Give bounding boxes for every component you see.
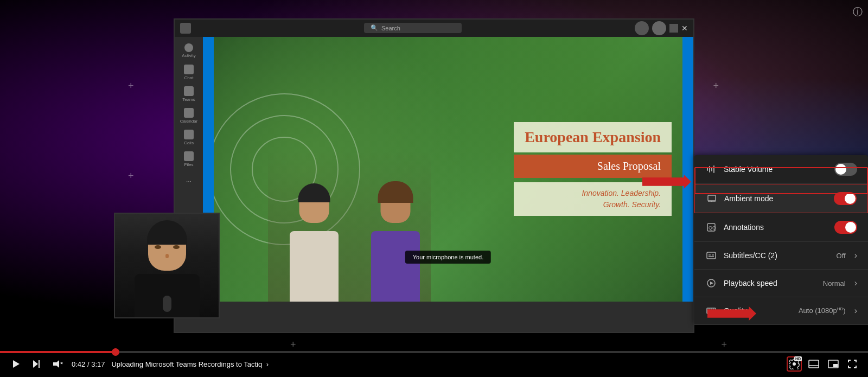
teams-window-icon: [669, 24, 678, 33]
teams-files-icon[interactable]: Files: [179, 150, 199, 169]
ambient-mode-toggle[interactable]: [834, 192, 857, 205]
person-body: [135, 274, 200, 317]
video-title-text: Uploading Microsoft Teams Recordings to …: [111, 360, 262, 368]
pip-video: [114, 213, 220, 318]
teams-body: Activity Chat Teams Calendar: [175, 37, 693, 302]
volume-button[interactable]: [50, 357, 65, 371]
info-icon[interactable]: ⓘ: [853, 5, 863, 18]
search-placeholder: Search: [381, 25, 400, 31]
svg-rect-1: [709, 166, 710, 172]
subtitles-label: Subtitles/CC (2): [724, 251, 830, 260]
sound-wave-icon: [705, 163, 717, 175]
decoration-plus-5: +: [290, 339, 296, 350]
svg-marker-19: [13, 360, 20, 368]
progress-bar-fill: [0, 351, 116, 353]
svg-rect-21: [39, 360, 40, 368]
decoration-plus-1: +: [128, 80, 134, 92]
teams-calendar-icon[interactable]: Calendar: [179, 106, 199, 126]
playback-speed-value: Normal: [823, 279, 846, 287]
teams-calls-icon[interactable]: Calls: [179, 128, 199, 148]
arrow-ambient-shape: [642, 175, 691, 189]
settings-ambient-mode[interactable]: Ambient mode: [694, 184, 868, 213]
quality-value: Auto (1080pHD): [799, 306, 846, 315]
svg-rect-9: [707, 252, 716, 259]
right-controls: HD: [787, 356, 859, 372]
settings-annotations[interactable]: QQ Annotations: [694, 213, 868, 242]
teams-ui: 🔍 Search ✕ Activity: [175, 20, 693, 332]
teams-search-area: 🔍 Search: [195, 23, 630, 33]
settings-stable-volume[interactable]: Stable Volume: [694, 155, 868, 184]
video-player-area: + + + + + + 🔍 Search ✕: [0, 0, 868, 351]
youtube-controls-bar: 0:42 / 3:17 Uploading Microsoft Teams Re…: [0, 351, 868, 377]
settings-panel: Stable Volume Ambient mode: [694, 155, 868, 325]
svg-rect-2: [711, 167, 712, 171]
video-title: Uploading Microsoft Teams Recordings to …: [111, 360, 780, 368]
pip-person-view: [115, 214, 219, 317]
svg-marker-20: [33, 360, 38, 368]
annotations-icon: QQ: [705, 221, 717, 233]
progress-bar-scrubber[interactable]: [112, 348, 119, 356]
svg-rect-4: [708, 195, 716, 201]
decoration-plus-2: +: [128, 170, 134, 182]
progress-bar-track[interactable]: [0, 351, 868, 353]
settings-playback-speed[interactable]: Playback speed Normal ›: [694, 270, 868, 297]
settings-subtitles[interactable]: Subtitles/CC (2) Off ›: [694, 242, 868, 270]
presentation-tagline-text: Innovation. Leadership. Growth. Security…: [582, 189, 661, 209]
playback-speed-label: Playback speed: [724, 279, 816, 287]
title-arrow-icon: ›: [266, 360, 269, 368]
fullscreen-button[interactable]: [845, 357, 859, 371]
person-hair: [147, 220, 187, 245]
teams-header: 🔍 Search ✕: [175, 20, 693, 37]
presentation-area: European Expansion Sales Proposal Innova…: [214, 37, 682, 302]
presentation-title: European Expansion: [514, 122, 672, 152]
settings-button[interactable]: HD: [787, 356, 802, 372]
search-icon: 🔍: [371, 24, 378, 31]
miniplayer-button[interactable]: [826, 357, 841, 370]
teams-notification-icon: [652, 21, 666, 35]
decoration-plus-3: +: [713, 80, 719, 92]
play-button[interactable]: [9, 357, 23, 371]
people-silhouette: [268, 150, 431, 302]
ambient-mode-label: Ambient mode: [724, 194, 827, 203]
svg-rect-28: [833, 364, 838, 367]
total-time: 3:17: [91, 360, 105, 368]
current-time: 0:42: [72, 360, 85, 368]
svg-marker-14: [710, 282, 713, 285]
teams-search-box[interactable]: 🔍 Search: [364, 23, 462, 33]
hd-badge: HD: [794, 356, 802, 361]
teams-profile-icon: [635, 21, 649, 35]
subtitles-icon: [705, 250, 717, 261]
stable-volume-toggle[interactable]: [834, 163, 857, 176]
subtitles-chevron-icon: ›: [854, 251, 857, 260]
quality-chevron-icon: ›: [854, 306, 857, 316]
teams-close-icon: ✕: [681, 24, 688, 33]
svg-rect-0: [707, 168, 708, 171]
svg-rect-25: [809, 360, 819, 368]
teams-more-icon[interactable]: ···: [179, 171, 199, 191]
teams-teams-icon[interactable]: Teams: [179, 85, 199, 104]
presentation-title-text: European Expansion: [525, 129, 661, 145]
presentation-text-container: European Expansion Sales Proposal Innova…: [514, 122, 672, 216]
teams-chat-icon[interactable]: Chat: [179, 63, 199, 82]
svg-rect-3: [713, 165, 714, 173]
annotations-label: Annotations: [724, 223, 828, 232]
teams-logo: [180, 23, 191, 34]
ambient-icon: [706, 193, 718, 205]
arrow-settings-btn: [707, 306, 756, 321]
subtitles-value: Off: [837, 252, 846, 260]
person-face: [148, 225, 186, 271]
decoration-plus-6: +: [721, 339, 727, 350]
svg-text:QQ: QQ: [709, 225, 716, 231]
playback-speed-icon: [705, 277, 717, 289]
stable-volume-label: Stable Volume: [724, 165, 828, 174]
arrow-settings-shape: [707, 306, 756, 321]
playback-speed-chevron-icon: ›: [854, 278, 857, 288]
next-button[interactable]: [29, 357, 43, 371]
blue-panel-right: [682, 37, 693, 302]
annotations-toggle[interactable]: [834, 221, 857, 234]
arrow-ambient-mode: [642, 175, 691, 189]
theater-mode-button[interactable]: [806, 357, 821, 370]
time-display: 0:42 / 3:17: [72, 360, 105, 368]
teams-activity-icon[interactable]: Activity: [179, 41, 199, 61]
presentation-subtitle-text: Sales Proposal: [597, 160, 661, 172]
